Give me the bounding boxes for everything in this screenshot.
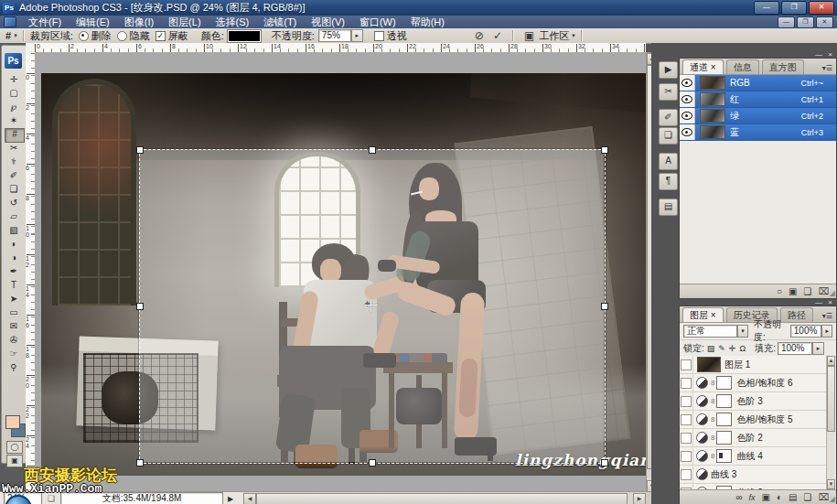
delete-radio[interactable] bbox=[79, 31, 89, 41]
eyedropper-tool[interactable]: ✇ bbox=[5, 334, 23, 347]
screen-mode-button[interactable]: ▣ bbox=[6, 455, 23, 467]
workspace-button[interactable]: 工作区 bbox=[539, 29, 569, 43]
maximize-button[interactable]: ❐ bbox=[781, 1, 807, 15]
blur-tool[interactable]: ◗ bbox=[5, 238, 23, 251]
crop-handle-se[interactable] bbox=[601, 459, 608, 466]
crop-tool[interactable]: # bbox=[5, 128, 25, 143]
delete-channel-icon[interactable]: ⌧ bbox=[818, 285, 829, 298]
clone-stamp-tool[interactable]: ❏ bbox=[5, 183, 23, 196]
dodge-tool[interactable]: ◑ bbox=[5, 252, 23, 264]
visibility-cell[interactable] bbox=[680, 91, 695, 107]
fill-field[interactable]: 100% bbox=[778, 342, 812, 355]
visibility-cell[interactable] bbox=[680, 75, 695, 91]
visibility-cell[interactable] bbox=[680, 374, 693, 391]
minimize-button[interactable]: — bbox=[754, 1, 779, 15]
visibility-cell[interactable] bbox=[680, 429, 693, 446]
hide-radio[interactable] bbox=[117, 31, 127, 41]
eye-checkbox[interactable] bbox=[681, 378, 692, 389]
add-layer-mask-icon[interactable]: ▣ bbox=[762, 491, 770, 504]
scroll-up-icon[interactable]: ▲ bbox=[827, 356, 835, 366]
crop-handle-w[interactable] bbox=[136, 303, 144, 310]
lasso-tool[interactable]: ℘ bbox=[5, 101, 23, 113]
eye-checkbox[interactable] bbox=[681, 396, 692, 407]
channels-tab-3[interactable]: 直方图 bbox=[762, 59, 804, 74]
tool-presets-icon[interactable]: ✂ bbox=[659, 83, 678, 101]
save-selection-as-channel-icon[interactable]: ▣ bbox=[789, 285, 797, 298]
visibility-cell[interactable] bbox=[680, 108, 695, 123]
pen-tool[interactable]: ✒ bbox=[5, 265, 23, 278]
layers-tab-1[interactable]: 图层 × bbox=[682, 307, 724, 322]
opacity-input[interactable]: 75% bbox=[318, 29, 351, 42]
scroll-left-icon[interactable]: ◀ bbox=[243, 493, 256, 504]
panel-window-controls[interactable]: — × bbox=[815, 298, 834, 306]
foreground-color-swatch[interactable] bbox=[5, 415, 20, 429]
layer-row[interactable]: 8色阶 3 bbox=[680, 392, 827, 411]
menu-item-1[interactable]: 文件(F) bbox=[21, 16, 69, 28]
eye-checkbox[interactable] bbox=[681, 359, 692, 370]
hand-tool[interactable]: ☞ bbox=[5, 348, 23, 360]
doc-close-button[interactable]: ✕ bbox=[816, 16, 833, 28]
visibility-cell[interactable] bbox=[680, 392, 693, 410]
magic-wand-tool[interactable]: ✶ bbox=[5, 114, 23, 127]
crop-handle-s[interactable] bbox=[369, 459, 376, 466]
layer-row[interactable]: 图层 1 bbox=[680, 356, 827, 374]
shield-color-swatch[interactable] bbox=[228, 30, 261, 42]
channel-row[interactable]: 红Ctrl+1 bbox=[680, 91, 836, 108]
quick-mask-button[interactable]: ◯ bbox=[6, 441, 23, 454]
menu-item-3[interactable]: 图像(I) bbox=[117, 16, 161, 28]
menu-item-7[interactable]: 视图(V) bbox=[304, 16, 352, 28]
visibility-cell[interactable] bbox=[680, 447, 693, 465]
menu-item-4[interactable]: 图层(L) bbox=[161, 16, 208, 28]
doc-minimize-button[interactable]: — bbox=[778, 16, 795, 28]
move-tool[interactable]: ✛ bbox=[5, 73, 23, 86]
eye-checkbox[interactable] bbox=[681, 433, 692, 444]
scroll-down-icon[interactable]: ▼ bbox=[827, 479, 835, 489]
rectangular-marquee-tool[interactable]: ▢ bbox=[5, 87, 23, 100]
eye-checkbox[interactable] bbox=[681, 469, 692, 480]
status-menu-arrow-icon[interactable]: ▶ bbox=[228, 495, 233, 503]
layers-scrollbar[interactable]: ▲ ▼ bbox=[826, 356, 835, 489]
shield-checkbox[interactable]: ✓ bbox=[156, 31, 166, 41]
layer-comps-icon[interactable]: ▤ bbox=[659, 198, 678, 216]
resize-grip-icon[interactable]: ◢ bbox=[830, 495, 835, 503]
crop-center-point[interactable] bbox=[365, 299, 378, 312]
new-group-icon[interactable]: ▤ bbox=[789, 491, 797, 504]
horizontal-scroll-thumb[interactable] bbox=[256, 493, 628, 504]
visibility-cell[interactable] bbox=[680, 124, 695, 140]
load-channel-as-selection-icon[interactable]: ○ bbox=[777, 285, 782, 298]
visibility-cell[interactable] bbox=[680, 466, 693, 483]
actions-icon[interactable]: ▶ bbox=[659, 61, 678, 79]
paragraph-icon[interactable]: ¶ bbox=[659, 173, 678, 190]
path-selection-tool[interactable]: ➤ bbox=[5, 293, 23, 306]
fill-dropdown-icon[interactable]: ▸ bbox=[812, 342, 824, 355]
document-canvas[interactable]: ✦ lingzhongqiang bbox=[35, 52, 646, 491]
layers-opacity-dropdown-icon[interactable]: ▸ bbox=[821, 325, 832, 338]
layers-opacity-field[interactable]: 100% bbox=[790, 325, 822, 338]
panel-menu-icon[interactable]: ▾☰ bbox=[822, 64, 836, 74]
blend-mode-select[interactable]: 正常 bbox=[683, 325, 737, 338]
new-adjustment-layer-icon[interactable]: ◐ bbox=[777, 491, 782, 504]
new-layer-icon[interactable]: ❑ bbox=[804, 491, 812, 504]
commit-crop-icon[interactable]: ✓ bbox=[493, 29, 502, 42]
crop-handle-e[interactable] bbox=[601, 303, 608, 310]
resize-grip-icon[interactable]: ◢ bbox=[830, 289, 835, 297]
gradient-tool[interactable]: ▧ bbox=[5, 224, 23, 237]
clone-source-icon[interactable]: ❏ bbox=[659, 127, 678, 145]
menu-item-6[interactable]: 滤镜(T) bbox=[256, 16, 304, 28]
crop-tool-preset[interactable]: # ▾ bbox=[5, 30, 17, 41]
zoom-tool[interactable]: ⚲ bbox=[5, 361, 23, 374]
opacity-dropdown-button[interactable]: ▸ bbox=[351, 29, 363, 42]
channel-row[interactable]: RGBCtrl+~ bbox=[680, 75, 836, 91]
history-brush-tool[interactable]: ↺ bbox=[5, 197, 23, 209]
layer-row[interactable]: 8色相/饱和度 6 bbox=[680, 374, 827, 392]
menu-item-2[interactable]: 编辑(E) bbox=[69, 16, 117, 28]
panel-menu-icon[interactable]: ▾☰ bbox=[822, 312, 836, 322]
new-channel-icon[interactable]: ❑ bbox=[804, 285, 812, 298]
doc-restore-button[interactable]: ❐ bbox=[797, 16, 814, 28]
lock-all-icon[interactable]: Ω bbox=[739, 344, 746, 353]
brushes-icon[interactable]: ✐ bbox=[659, 109, 678, 126]
brush-tool[interactable]: ✐ bbox=[5, 169, 23, 182]
channels-tab-1[interactable]: 通道 × bbox=[682, 59, 724, 74]
lock-transparency-icon[interactable]: ▨ bbox=[707, 344, 715, 353]
channel-row[interactable]: 绿Ctrl+2 bbox=[680, 108, 836, 124]
